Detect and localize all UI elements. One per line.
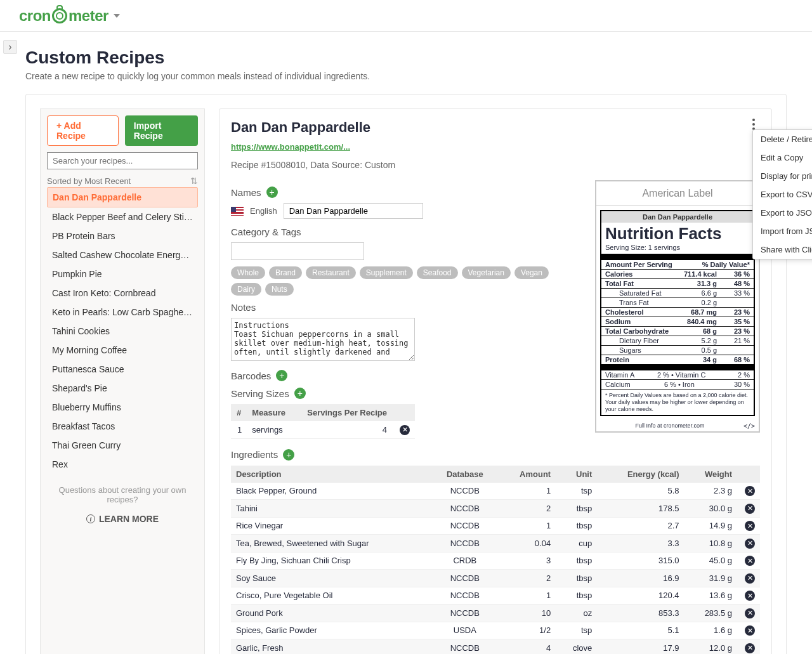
- tag-chip[interactable]: Vegan: [514, 266, 549, 279]
- recipe-list-item[interactable]: PB Protein Bars: [47, 226, 198, 245]
- nutrition-facts-title: Nutrition Facts: [601, 223, 754, 244]
- ss-header-measure: Measure: [247, 404, 294, 421]
- ingredient-row[interactable]: Crisco, Pure Vegetable OilNCCDB1tbsp120.…: [231, 587, 760, 605]
- tag-chip[interactable]: Whole: [231, 266, 265, 279]
- import-recipe-button[interactable]: Import Recipe: [125, 115, 198, 146]
- ss-per: 4: [294, 421, 392, 438]
- remove-ingredient-icon[interactable]: ✕: [745, 504, 755, 514]
- recipe-list-item[interactable]: Keto in Pearls: Low Carb Spaghetti ...: [47, 303, 198, 322]
- ing-header: Weight: [684, 466, 737, 483]
- remove-ingredient-icon[interactable]: ✕: [745, 486, 755, 496]
- add-name-button[interactable]: +: [266, 186, 278, 198]
- ingredient-row[interactable]: Spices, Garlic PowderUSDA1/2tsp5.11.6 g✕: [231, 622, 760, 639]
- tag-chip[interactable]: Restaurant: [306, 266, 356, 279]
- nutrition-row: Saturated Fat6.6 g33 %: [601, 289, 754, 298]
- menu-item[interactable]: Export to CSV File: [753, 185, 812, 204]
- nutrition-row: Sodium840.4 mg35 %: [601, 317, 754, 326]
- remove-ingredient-icon[interactable]: ✕: [745, 556, 755, 566]
- tag-chip[interactable]: Nuts: [265, 283, 294, 296]
- category-label: Category & Tags: [231, 226, 301, 237]
- ingredient-row[interactable]: Ground PorkNCCDB10oz853.3283.5 g✕: [231, 605, 760, 622]
- remove-ingredient-icon[interactable]: ✕: [745, 591, 755, 601]
- nutrition-row: Cholesterol68.7 mg23 %: [601, 308, 754, 317]
- label-tab[interactable]: American Label: [596, 181, 759, 206]
- ingredient-row[interactable]: Fly By Jing, Sichuan Chili CrispCRDB3tbs…: [231, 552, 760, 570]
- sort-toggle-icon[interactable]: ⇅: [190, 176, 198, 186]
- tag-chip[interactable]: Supplement: [360, 266, 413, 279]
- recipe-list-item[interactable]: My Morning Coffee: [47, 341, 198, 360]
- barcodes-label: Barcodes: [231, 370, 271, 381]
- notes-textarea[interactable]: [231, 318, 415, 361]
- tag-input[interactable]: [231, 242, 364, 260]
- chevron-down-icon[interactable]: [114, 14, 120, 18]
- menu-item[interactable]: Edit a Copy: [753, 148, 812, 167]
- app-header: cron meter: [0, 0, 812, 32]
- dv-label: % Daily Value*: [702, 261, 750, 268]
- recipe-list-item[interactable]: Blueberry Muffins: [47, 398, 198, 417]
- menu-item[interactable]: Import from JSON File: [753, 222, 812, 240]
- recipe-url-link[interactable]: https://www.bonappetit.com/...: [231, 142, 350, 152]
- tag-chip[interactable]: Vegetarian: [462, 266, 511, 279]
- ingredient-row[interactable]: TahiniNCCDB2tbsp178.530.0 g✕: [231, 500, 760, 518]
- recipe-list-item[interactable]: Shepard's Pie: [47, 379, 198, 398]
- recipe-list-item[interactable]: Dan Dan Pappardelle: [47, 187, 198, 207]
- ing-header: Description: [231, 466, 432, 483]
- tag-chip[interactable]: Seafood: [417, 266, 458, 279]
- options-menu: Delete / Retire RecipeEdit a CopyDisplay…: [752, 129, 812, 259]
- remove-ingredient-icon[interactable]: ✕: [745, 625, 755, 636]
- recipe-list-item[interactable]: Pumpkin Pie: [47, 265, 198, 284]
- sidebar-expand-button[interactable]: ›: [3, 40, 17, 54]
- tag-chip[interactable]: Brand: [269, 266, 302, 279]
- recipe-list-item[interactable]: Tahini Cookies: [47, 322, 198, 341]
- lang-label: English: [250, 206, 277, 216]
- remove-serving-icon[interactable]: ✕: [400, 425, 410, 435]
- recipe-list-item[interactable]: Salted Cashew Chocolate Energy Ba...: [47, 245, 198, 265]
- ss-measure: servings: [247, 421, 294, 438]
- page-subtitle: Create a new recipe to quickly log your …: [25, 71, 787, 81]
- notes-label: Notes: [231, 302, 256, 313]
- nutrition-row: Trans Fat0.2 g: [601, 298, 754, 307]
- search-input[interactable]: [47, 152, 198, 169]
- serving-size-text: Serving Size: 1 servings: [601, 244, 754, 254]
- ingredient-row[interactable]: Garlic, FreshNCCDB4clove17.912.0 g✕: [231, 639, 760, 655]
- recipe-list-item[interactable]: Thai Green Curry: [47, 436, 198, 455]
- add-ingredient-button[interactable]: +: [283, 449, 294, 461]
- nutrition-label-panel: American Label Dan Dan Pappardelle Nutri…: [595, 180, 760, 433]
- nutrition-row: Dietary Fiber5.2 g21 %: [601, 336, 754, 345]
- recipe-detail-panel: Delete / Retire RecipeEdit a CopyDisplay…: [219, 108, 772, 654]
- add-barcode-button[interactable]: +: [276, 370, 287, 381]
- nutrition-row: Calories711.4 kcal36 %: [601, 270, 754, 278]
- ingredient-row[interactable]: Black Pepper, GroundNCCDB1tsp5.82.3 g✕: [231, 483, 760, 500]
- recipe-list-item[interactable]: Puttanesca Sauce: [47, 360, 198, 379]
- ingredient-row[interactable]: Rice VinegarNCCDB1tbsp2.714.9 g✕: [231, 517, 760, 535]
- logo[interactable]: cron meter: [19, 7, 108, 25]
- serving-row[interactable]: 1 servings 4 ✕: [231, 421, 415, 438]
- menu-item[interactable]: Delete / Retire Recipe: [753, 130, 812, 148]
- ingredient-row[interactable]: Soy SauceNCCDB2tbsp16.931.9 g✕: [231, 570, 760, 587]
- remove-ingredient-icon[interactable]: ✕: [745, 608, 755, 618]
- ingredient-row[interactable]: Tea, Brewed, Sweetened with SugarNCCDB0.…: [231, 535, 760, 553]
- menu-item[interactable]: Share with Client: [753, 240, 812, 259]
- recipe-list-item[interactable]: Rex: [47, 455, 198, 474]
- embed-icon[interactable]: </>: [743, 422, 759, 429]
- ss-header-num: #: [231, 404, 247, 421]
- recipe-list-item[interactable]: Breakfast Tacos: [47, 417, 198, 436]
- recipe-list-item[interactable]: Cast Iron Keto: Cornbread: [47, 284, 198, 303]
- menu-item[interactable]: Display for printing...: [753, 167, 812, 185]
- menu-item[interactable]: Export to JSON File: [753, 204, 812, 222]
- nutrition-row: Total Fat31.3 g48 %: [601, 279, 754, 288]
- add-recipe-button[interactable]: + Add Recipe: [47, 115, 119, 146]
- tag-chip[interactable]: Dairy: [231, 283, 261, 296]
- sort-label: Sorted by Most Recent: [47, 176, 131, 186]
- recipe-list-item[interactable]: Black Pepper Beef and Celery Stir-Fry: [47, 207, 198, 226]
- remove-ingredient-icon[interactable]: ✕: [745, 573, 755, 584]
- recipe-name-input[interactable]: [284, 203, 423, 219]
- remove-ingredient-icon[interactable]: ✕: [745, 539, 755, 549]
- recipe-list: Dan Dan PappardelleBlack Pepper Beef and…: [47, 187, 198, 474]
- remove-ingredient-icon[interactable]: ✕: [745, 521, 755, 531]
- vitamin-row: Calcium6 % • Iron30 %: [601, 380, 754, 389]
- add-serving-button[interactable]: +: [294, 388, 306, 399]
- remove-ingredient-icon[interactable]: ✕: [745, 643, 755, 653]
- info-icon: i: [86, 514, 95, 523]
- learn-more-button[interactable]: i LEARN MORE: [47, 514, 198, 524]
